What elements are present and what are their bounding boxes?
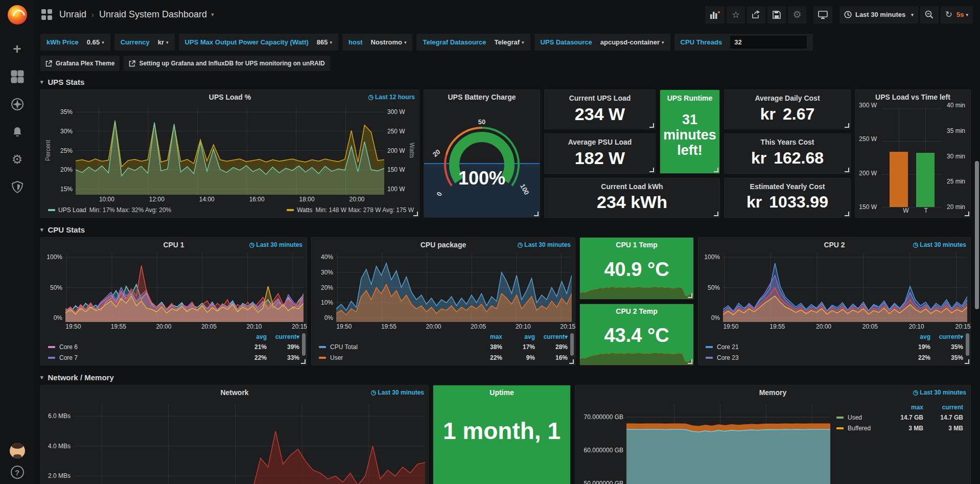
link-grafana-influxdb-ups[interactable]: Setting up Grafana and InfluxDB for UPS …: [124, 56, 330, 71]
panel-current-ups-load[interactable]: Current UPS Load 234 W: [544, 89, 656, 129]
legend-label[interactable]: Core 6: [48, 343, 234, 351]
panel-title[interactable]: UPS Battery Charge: [448, 93, 516, 101]
panel-time-override[interactable]: ◷ Last 30 minutes: [517, 241, 571, 248]
panel-time-override[interactable]: ◷ Last 30 minutes: [249, 241, 302, 248]
panel-title[interactable]: Uptime: [489, 388, 514, 397]
variable-value[interactable]: 865: [317, 38, 328, 46]
dashboards-icon[interactable]: [7, 66, 28, 87]
panel-title[interactable]: CPU 2: [824, 241, 845, 249]
panel-title[interactable]: CPU package: [421, 241, 466, 249]
panel-time-override[interactable]: ◷ Last 12 hours: [368, 94, 415, 101]
legend-column-header[interactable]: current▾: [267, 333, 299, 340]
network-chart[interactable]: [74, 404, 425, 484]
legend-scrollbar[interactable]: [966, 333, 969, 356]
panel-title[interactable]: CPU 2 Temp: [616, 307, 657, 315]
panel-time-override[interactable]: ◷ Last 30 minutes: [370, 389, 424, 396]
panel-cpu1-temp[interactable]: CPU 1 Temp 40.9 °C: [579, 237, 694, 299]
legend-label[interactable]: User: [319, 354, 470, 361]
legend-column-header[interactable]: max: [883, 404, 923, 411]
panel-title[interactable]: CPU 1 Temp: [616, 241, 657, 249]
alerting-bell-icon[interactable]: [7, 122, 28, 142]
battery-gauge[interactable]: 0 20 50 100 100%: [424, 104, 540, 217]
variable-value[interactable]: Nostromo: [371, 38, 402, 46]
memory-chart[interactable]: [626, 404, 830, 484]
panel-title[interactable]: Average PSU Load: [568, 138, 632, 146]
panel-average-daily-cost[interactable]: Average Daily Cost kr2.67: [724, 89, 851, 129]
cpu2-chart[interactable]: [723, 253, 967, 322]
panel-title[interactable]: UPS Runtime: [667, 94, 713, 102]
bar-w[interactable]: [890, 152, 908, 207]
panel-ups-runtime[interactable]: UPS Runtime 31 minutes left!: [660, 89, 720, 174]
legend-label[interactable]: UPS Load: [58, 206, 86, 214]
refresh-button[interactable]: ↻ 5s ▾: [941, 6, 973, 24]
panel-title[interactable]: CPU 1: [163, 241, 184, 249]
panel-uptime[interactable]: Uptime 1 month, 1: [433, 385, 571, 484]
apps-grid-icon[interactable]: [41, 9, 52, 20]
create-plus-icon[interactable]: +: [7, 39, 28, 59]
page-scrollbar[interactable]: [975, 102, 979, 484]
title-caret-icon[interactable]: ▾: [211, 11, 214, 18]
variable-value[interactable]: kr: [158, 38, 164, 46]
panel-title[interactable]: Memory: [759, 388, 787, 397]
cpu-package-chart[interactable]: [336, 253, 572, 322]
variable-ups-datasource[interactable]: UPS Datasource apcupsd-container ▾: [534, 34, 670, 51]
legend-column-header[interactable]: max: [470, 333, 502, 340]
scrollbar-thumb[interactable]: [975, 161, 979, 309]
panel-time-override[interactable]: ◷ Last 30 minutes: [913, 389, 966, 396]
legend-scrollbar[interactable]: [302, 333, 306, 356]
panel-title[interactable]: This Years Cost: [761, 138, 814, 146]
legend-column-header[interactable]: avg: [898, 333, 930, 340]
refresh-interval[interactable]: 5s: [956, 11, 964, 18]
panel-cpu2-temp[interactable]: CPU 2 Temp 43.4 °C: [579, 304, 694, 366]
variable-value[interactable]: apcupsd-container: [600, 38, 660, 46]
variable-ups-max-output[interactable]: UPS Max Output Power Capacity (Watt) 865…: [179, 34, 338, 51]
panel-time-override[interactable]: ◷ Last 30 minutes: [913, 241, 966, 248]
time-range-picker[interactable]: Last 30 minutes ▾: [839, 6, 918, 24]
panel-title[interactable]: Average Daily Cost: [755, 94, 820, 102]
cycle-view-monitor-button[interactable]: [813, 6, 832, 24]
legend-column-header[interactable]: current▾: [535, 333, 568, 340]
grafana-logo-icon[interactable]: [8, 5, 27, 25]
zoom-out-button[interactable]: [920, 6, 939, 24]
panel-current-load-kwh[interactable]: Current Load kWh 234 kWh: [544, 178, 720, 218]
legend-label[interactable]: Core 21: [706, 343, 898, 351]
variable-kwh-price[interactable]: kWh Price 0.65 ▾: [40, 34, 110, 51]
cpu-threads-input[interactable]: [730, 36, 807, 49]
legend-column-header[interactable]: current: [923, 404, 963, 411]
share-button[interactable]: [747, 6, 765, 24]
panel-this-years-cost[interactable]: This Years Cost kr162.68: [724, 133, 851, 173]
cpu1-chart[interactable]: [65, 253, 304, 322]
add-panel-button[interactable]: [705, 6, 725, 24]
panel-estimated-yearly-cost[interactable]: Estimated Yearly Cost kr1033.99: [724, 178, 851, 218]
legend-label[interactable]: CPU Total: [319, 343, 470, 351]
explore-compass-icon[interactable]: [7, 94, 28, 114]
ups-vs-time-bars[interactable]: [882, 108, 942, 207]
panel-title[interactable]: Current Load kWh: [601, 182, 663, 191]
section-cpu-stats[interactable]: ▾ CPU Stats: [40, 222, 971, 237]
variable-host[interactable]: host Nostromo ▾: [342, 34, 412, 51]
user-avatar[interactable]: [10, 443, 25, 458]
legend-column-header[interactable]: avg: [502, 333, 535, 340]
help-icon[interactable]: ?: [11, 466, 24, 479]
panel-title[interactable]: UPS Load vs Time left: [875, 93, 950, 101]
panel-title[interactable]: UPS Load %: [209, 93, 251, 101]
legend-scrollbar[interactable]: [570, 333, 574, 356]
save-button[interactable]: [767, 6, 786, 24]
legend-label[interactable]: Buffered: [836, 425, 883, 432]
section-ups-stats[interactable]: ▾ UPS Stats: [40, 74, 971, 89]
settings-gear-button[interactable]: ⚙: [788, 6, 806, 24]
legend-column-header[interactable]: current▾: [930, 333, 963, 340]
panel-title[interactable]: Estimated Yearly Cost: [750, 182, 825, 191]
legend-label[interactable]: Used: [836, 414, 883, 421]
link-grafana-plex-theme[interactable]: Grafana Plex Theme: [40, 56, 120, 71]
variable-value[interactable]: 0.65: [87, 38, 100, 46]
breadcrumb-folder[interactable]: Unraid: [59, 9, 86, 20]
bar-t[interactable]: [916, 153, 935, 207]
variable-value[interactable]: Telegraf: [494, 38, 520, 46]
legend-column-header[interactable]: avg: [234, 333, 267, 340]
legend-label[interactable]: Core 7: [48, 354, 234, 361]
variable-telegraf-datasource[interactable]: Telegraf Datasource Telegraf ▾: [416, 34, 530, 51]
star-button[interactable]: ☆: [727, 6, 745, 24]
variable-currency[interactable]: Currency kr ▾: [114, 34, 175, 51]
page-title[interactable]: Unraid System Dashboard: [99, 9, 207, 20]
